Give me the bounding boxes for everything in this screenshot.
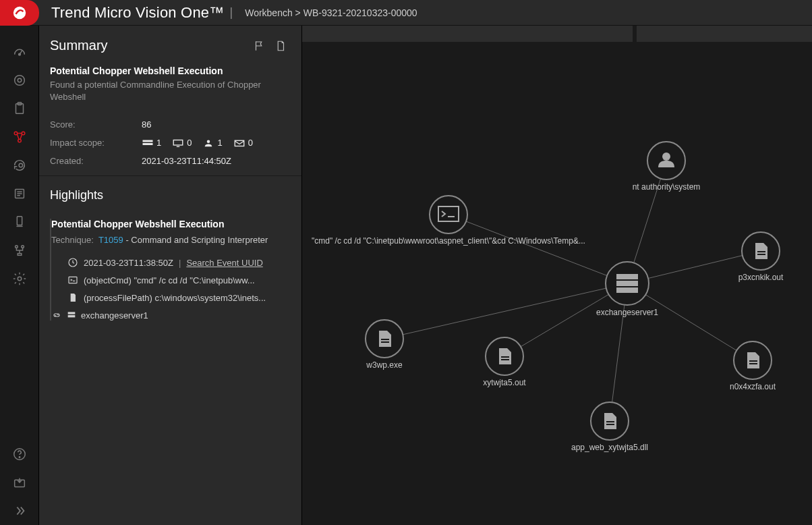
svg-rect-42 bbox=[501, 356, 509, 358]
svg-point-35 bbox=[662, 153, 670, 161]
svg-point-9 bbox=[19, 163, 23, 167]
svg-rect-40 bbox=[381, 339, 389, 340]
help-icon bbox=[12, 447, 27, 462]
svg-point-3 bbox=[18, 78, 22, 82]
svg-point-0 bbox=[13, 6, 26, 18]
svg-rect-39 bbox=[616, 287, 638, 293]
svg-rect-21 bbox=[173, 140, 183, 145]
label-w3wp: w3wp.exe bbox=[366, 360, 402, 370]
svg-rect-11 bbox=[17, 217, 22, 225]
graph-canvas[interactable] bbox=[302, 42, 812, 525]
created-label: Created: bbox=[50, 156, 142, 166]
nav-response[interactable] bbox=[0, 208, 39, 236]
svg-rect-48 bbox=[606, 421, 614, 422]
process-path-row: (processFilePath) c:\windows\system32\in… bbox=[51, 292, 287, 303]
flag-icon[interactable] bbox=[253, 40, 265, 52]
svg-rect-27 bbox=[68, 315, 76, 317]
svg-rect-47 bbox=[749, 363, 757, 364]
svg-rect-41 bbox=[381, 341, 389, 343]
gear-icon bbox=[12, 271, 27, 286]
nav-investigate[interactable] bbox=[0, 151, 39, 179]
highlight-heading: Potential Chopper Webshell Execution bbox=[51, 219, 287, 229]
target-icon bbox=[12, 73, 27, 88]
svg-line-34 bbox=[384, 283, 627, 339]
label-dll: app_web_xytwjta5.dll bbox=[571, 443, 648, 452]
label-xyt: xytwjta5.out bbox=[483, 378, 525, 387]
list-icon bbox=[12, 186, 27, 201]
score-value: 86 bbox=[142, 119, 151, 130]
nav-search[interactable] bbox=[0, 66, 39, 94]
clipboard-icon bbox=[12, 101, 27, 116]
nav-settings[interactable] bbox=[0, 265, 39, 293]
svg-point-2 bbox=[14, 76, 24, 86]
detection-title: Potential Chopper Webshell Execution bbox=[50, 65, 287, 76]
note-icon[interactable] bbox=[274, 40, 287, 52]
inbox-icon bbox=[12, 475, 27, 490]
summary-panel: Summary Potential Chopper Webshell Execu… bbox=[39, 26, 302, 525]
trend-logo-icon bbox=[12, 5, 27, 20]
summary-title: Summary bbox=[50, 38, 108, 53]
svg-rect-20 bbox=[143, 143, 153, 145]
clock-icon bbox=[67, 257, 78, 268]
nav-workbench[interactable] bbox=[0, 123, 39, 151]
svg-point-15 bbox=[18, 277, 22, 281]
monitor-icon bbox=[172, 138, 184, 148]
search-event-link[interactable]: Search Event UUID bbox=[186, 258, 262, 268]
left-nav bbox=[0, 26, 39, 525]
svg-rect-49 bbox=[606, 424, 614, 425]
brand-logo bbox=[0, 0, 39, 26]
label-server: exchangeserver1 bbox=[596, 308, 658, 317]
nav-inbox[interactable] bbox=[0, 468, 39, 497]
node-cmd[interactable] bbox=[430, 196, 467, 233]
svg-rect-23 bbox=[235, 140, 244, 146]
gauge-icon bbox=[12, 45, 27, 59]
svg-rect-26 bbox=[68, 312, 76, 314]
svg-rect-44 bbox=[757, 251, 765, 252]
svg-point-12 bbox=[15, 246, 18, 248]
graph-area[interactable]: nt authority\system "cmd" /c cd /d "C:\i… bbox=[302, 26, 812, 525]
svg-rect-45 bbox=[757, 254, 765, 255]
label-user: nt authority\system bbox=[633, 182, 701, 192]
svg-rect-43 bbox=[501, 359, 509, 360]
svg-rect-19 bbox=[143, 140, 153, 142]
svg-rect-14 bbox=[18, 254, 22, 256]
phone-icon bbox=[12, 215, 27, 229]
server-icon bbox=[142, 138, 154, 148]
svg-point-17 bbox=[19, 457, 20, 458]
created-value: 2021-03-23T11:44:50Z bbox=[142, 156, 231, 166]
product-title: Trend Micro Vision One™ bbox=[51, 4, 224, 22]
graph-tabbar bbox=[302, 26, 812, 42]
terminal-icon bbox=[67, 275, 78, 285]
object-cmd-row: (objectCmd) "cmd" /c cd /d "C:\inetpub\w… bbox=[51, 275, 287, 285]
nav-help[interactable] bbox=[0, 440, 39, 468]
svg-point-13 bbox=[21, 246, 24, 248]
svg-rect-46 bbox=[749, 360, 757, 362]
score-label: Score: bbox=[50, 119, 142, 130]
technique-name: Command and Scripting Interpreter bbox=[131, 235, 268, 245]
event-time-row: 2021-03-23T11:38:50Z | Search Event UUID bbox=[51, 257, 287, 268]
file-icon bbox=[67, 292, 78, 303]
svg-rect-25 bbox=[69, 277, 77, 283]
nav-network[interactable] bbox=[0, 236, 39, 265]
detection-desc: Found a potential Commandline Execution … bbox=[50, 79, 287, 103]
nav-dashboard[interactable] bbox=[0, 38, 39, 66]
nav-clipboard[interactable] bbox=[0, 94, 39, 123]
graph-tab-2[interactable] bbox=[637, 26, 812, 42]
svg-rect-38 bbox=[616, 281, 638, 286]
label-cmd: "cmd" /c cd /d "C:\inetpub\wwwroot\aspne… bbox=[312, 236, 585, 246]
technique-id[interactable]: T1059 bbox=[98, 235, 123, 245]
technique-row: Technique: T1059 - Command and Scripting… bbox=[51, 235, 287, 245]
link-icon bbox=[51, 310, 62, 321]
network-icon bbox=[12, 243, 27, 258]
label-p3x: p3xcnkik.out bbox=[738, 273, 784, 282]
graph-tab-1[interactable] bbox=[302, 26, 633, 42]
email-icon bbox=[233, 138, 245, 148]
impact-label: Impact scope: bbox=[50, 138, 142, 148]
graph-icon bbox=[12, 130, 27, 144]
highlights-title: Highlights bbox=[50, 188, 287, 202]
nav-expand[interactable] bbox=[0, 497, 39, 525]
nav-reports[interactable] bbox=[0, 179, 39, 208]
svg-rect-37 bbox=[616, 274, 638, 279]
host-row: exchangeserver1 bbox=[51, 310, 287, 321]
chevron-right-icon bbox=[12, 503, 27, 518]
